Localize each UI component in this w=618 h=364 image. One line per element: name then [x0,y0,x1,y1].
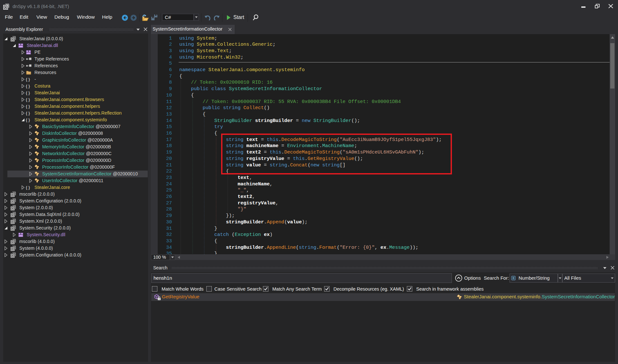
svg-text:{ }: { } [26,111,30,116]
svg-text:{ }: { } [26,84,30,89]
svg-text:{ }: { } [26,91,30,95]
svg-text:{ }: { } [26,118,30,122]
svg-text:{ }: { } [26,77,30,82]
svg-text:{ }: { } [26,104,30,109]
svg-text:{ }: { } [26,98,30,102]
svg-text:{ }: { } [26,185,30,190]
